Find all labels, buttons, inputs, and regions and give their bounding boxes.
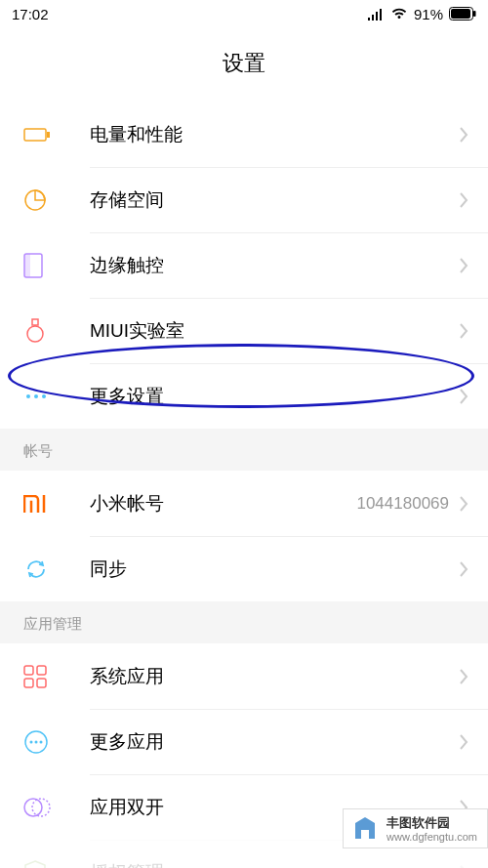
- item-label: 系统应用: [90, 664, 459, 689]
- svg-point-12: [34, 394, 38, 398]
- item-label: 边缘触控: [90, 253, 459, 278]
- watermark: 丰图软件园 www.dgfengtu.com: [343, 808, 488, 848]
- chevron-right-icon: [459, 668, 468, 685]
- item-battery[interactable]: 电量和性能: [0, 102, 488, 167]
- item-system-apps[interactable]: 系统应用: [0, 643, 488, 709]
- lab-icon: [23, 318, 47, 344]
- svg-point-19: [30, 740, 33, 743]
- section-header-apps: 应用管理: [0, 601, 488, 643]
- section-header-account: 帐号: [0, 429, 488, 471]
- item-miui-lab[interactable]: MIUI实验室: [0, 298, 488, 363]
- watermark-name: 丰图软件园: [386, 815, 477, 831]
- item-storage[interactable]: 存储空间: [0, 167, 488, 232]
- status-bar: 17:02 91%: [0, 0, 488, 27]
- watermark-url: www.dgfengtu.com: [386, 831, 477, 844]
- svg-rect-15: [37, 666, 46, 675]
- svg-rect-9: [32, 319, 38, 325]
- item-mi-account[interactable]: 小米帐号 1044180069: [0, 471, 488, 536]
- chevron-right-icon: [459, 257, 468, 274]
- status-time: 17:02: [12, 6, 49, 22]
- svg-point-8: [27, 326, 43, 342]
- more-apps-icon: [23, 729, 49, 755]
- svg-rect-1: [451, 9, 470, 19]
- chevron-right-icon: [459, 388, 468, 405]
- chevron-right-icon: [459, 733, 468, 751]
- item-label: 授权管理: [90, 860, 459, 869]
- svg-point-21: [40, 740, 43, 743]
- svg-point-11: [26, 394, 30, 398]
- dual-apps-icon: [23, 795, 51, 820]
- mi-logo-icon: [23, 495, 49, 513]
- item-label: 小米帐号: [90, 491, 356, 517]
- chevron-right-icon: [459, 126, 468, 144]
- item-value: 1044180069: [356, 494, 449, 514]
- permissions-icon: [23, 860, 47, 869]
- item-label: 存储空间: [90, 187, 459, 213]
- item-label: 同步: [90, 557, 459, 582]
- item-more-settings[interactable]: 更多设置: [0, 363, 488, 429]
- svg-rect-17: [37, 679, 46, 687]
- item-more-apps[interactable]: 更多应用: [0, 709, 488, 774]
- item-label: 电量和性能: [90, 122, 459, 147]
- svg-point-23: [32, 799, 50, 816]
- item-label: MIUI实验室: [90, 318, 459, 344]
- item-label: 更多应用: [90, 729, 459, 755]
- svg-point-13: [42, 394, 46, 398]
- sync-icon: [23, 557, 49, 582]
- svg-rect-2: [473, 11, 476, 17]
- watermark-logo-icon: [349, 813, 381, 845]
- chevron-right-icon: [459, 191, 468, 209]
- battery-percent: 91%: [414, 6, 443, 22]
- svg-rect-4: [47, 132, 50, 138]
- svg-rect-3: [24, 129, 46, 141]
- more-icon: [23, 393, 49, 400]
- battery-perf-icon: [23, 125, 51, 145]
- item-sync[interactable]: 同步: [0, 536, 488, 601]
- storage-icon: [23, 188, 47, 212]
- svg-rect-16: [24, 679, 33, 687]
- edge-touch-icon: [23, 253, 43, 278]
- chevron-right-icon: [459, 322, 468, 340]
- item-edge-touch[interactable]: 边缘触控: [0, 232, 488, 298]
- settings-list-account: 小米帐号 1044180069 同步: [0, 471, 488, 601]
- battery-icon: [449, 7, 476, 21]
- status-right: 91%: [367, 6, 476, 22]
- svg-point-22: [24, 799, 42, 816]
- system-apps-icon: [23, 665, 47, 688]
- wifi-icon: [390, 7, 408, 21]
- svg-rect-7: [24, 254, 30, 277]
- signal-icon: [367, 7, 385, 21]
- chevron-right-icon: [459, 864, 468, 869]
- chevron-right-icon: [459, 560, 468, 578]
- chevron-right-icon: [459, 495, 468, 513]
- svg-point-20: [35, 740, 38, 743]
- svg-rect-14: [24, 666, 33, 675]
- item-label: 更多设置: [90, 384, 459, 409]
- settings-list-1: 电量和性能 存储空间 边缘触控 MIUI实验室 更多设置: [0, 102, 488, 429]
- page-title: 设置: [0, 27, 488, 102]
